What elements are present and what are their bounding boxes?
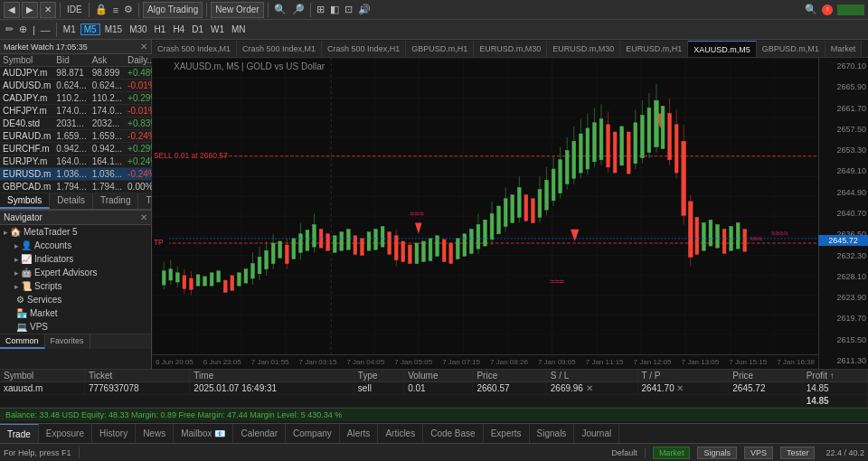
chart-icon[interactable]: ≡ (111, 5, 120, 15)
nav-tab-favorites[interactable]: Favorites (45, 334, 90, 349)
bottom-tab-calendar[interactable]: Calendar (233, 424, 286, 444)
market-btn[interactable]: Market (653, 447, 691, 459)
svg-rect-126 (722, 230, 726, 254)
tf-h4[interactable]: H4 (170, 24, 187, 34)
chart-tab[interactable]: Crash 500 Index,M1 (237, 41, 322, 57)
tf-m30[interactable]: M30 (127, 24, 149, 34)
market-watch-row[interactable]: AUDJPY.m 98.871 98.899 +0.48% (0, 67, 161, 80)
chart-tab[interactable]: Crash 500 Index,M1 (152, 41, 237, 57)
bid-cell: 2031... (53, 118, 89, 130)
tester-btn[interactable]: Tester (780, 447, 816, 459)
back-btn[interactable]: ◀ (4, 2, 20, 18)
bottom-tab-articles[interactable]: Articles (378, 424, 423, 444)
tf-m15[interactable]: M15 (102, 24, 125, 34)
vline-icon[interactable]: | (31, 24, 37, 35)
zoom-in-icon[interactable]: 🔍 (272, 4, 288, 15)
signals-btn[interactable]: Signals (697, 447, 737, 459)
sep2 (89, 3, 90, 17)
chart-tab[interactable]: EURUSD.m,M30 (474, 41, 547, 57)
nav-item[interactable]: ▸ 🤖 Expert Advisors (0, 266, 151, 279)
bottom-tab-news[interactable]: News (136, 424, 174, 444)
nav-item[interactable]: ▸ 📈 Indicators (0, 252, 151, 266)
time-label: 7 Jan 08:26 (490, 358, 528, 366)
volume-icon[interactable]: 🔊 (356, 4, 373, 15)
tf-m1[interactable]: M1 (61, 24, 79, 34)
nav-item[interactable]: 🏪 Market (0, 306, 151, 320)
nav-expand-icon: ▸ (14, 268, 19, 278)
market-watch-row[interactable]: DE40.std 2031... 2032... +0.83% (0, 118, 161, 130)
navigator-close[interactable]: ✕ (140, 212, 147, 222)
lock-icon[interactable]: 🔒 (93, 4, 109, 15)
market-watch-row[interactable]: EURAUD.m 1.659... 1.659... -0.24% (0, 130, 161, 143)
split-icon[interactable]: ◧ (328, 4, 341, 15)
new-order-btn[interactable]: New Order (211, 2, 263, 18)
nav-tab-common[interactable]: Common (0, 334, 45, 349)
market-watch-row[interactable]: EURCHF.m 0.942... 0.942... +0.29% (0, 143, 161, 155)
help-text: For Help, press F1 (4, 448, 71, 457)
bottom-tab-mailbox-📧[interactable]: Mailbox 📧 (174, 424, 233, 444)
bottom-tab-alerts[interactable]: Alerts (340, 424, 379, 444)
ask-cell: 110.2... (90, 92, 125, 105)
svg-rect-1 (152, 58, 818, 354)
tf-h1[interactable]: H1 (152, 24, 169, 34)
alert-badge: ! (822, 5, 833, 15)
tf-w1[interactable]: W1 (208, 24, 227, 34)
order-profit: 14.85 (802, 382, 867, 395)
algo-trading-btn[interactable]: Algo Trading (143, 2, 203, 18)
chart-tab[interactable]: Crash 500 Index,H1 (322, 41, 406, 57)
tab-details[interactable]: Details (50, 193, 93, 209)
grid-icon[interactable]: ⊞ (315, 4, 326, 15)
nav-item[interactable]: 💻 VPS (0, 320, 151, 334)
bottom-tab-signals[interactable]: Signals (530, 424, 575, 444)
bottom-tab-trade[interactable]: Trade (0, 424, 39, 444)
fullscreen-icon[interactable]: ⊡ (343, 4, 354, 15)
chart-tab[interactable]: EURUSD.m,M30 (547, 41, 620, 57)
symbol-cell: GBPCAD.m (0, 181, 53, 193)
nav-item[interactable]: ▸ 🏠 MetaTrader 5 (0, 225, 151, 239)
market-watch-close[interactable]: ✕ (140, 42, 147, 52)
hline-icon[interactable]: — (39, 24, 52, 35)
tf-m5[interactable]: M5 (80, 24, 100, 35)
bottom-tab-company[interactable]: Company (286, 424, 340, 444)
bottom-tab-journal[interactable]: Journal (574, 424, 619, 444)
chart-tab[interactable]: GBPUSD.m,H1 (406, 41, 474, 57)
tf-mn[interactable]: MN (229, 24, 249, 34)
bottom-tab-exposure[interactable]: Exposure (39, 424, 92, 444)
vps-btn[interactable]: VPS (744, 447, 773, 459)
nav-item-label: Accounts (34, 240, 71, 250)
chart-tab[interactable]: Market (826, 41, 863, 57)
market-watch-row[interactable]: CADJPY.m 110.2... 110.2... +0.29% (0, 92, 161, 105)
nav-item[interactable]: ▸ 📜 Scripts (0, 279, 151, 293)
tab-symbols[interactable]: Symbols (0, 193, 50, 209)
chart-tab[interactable]: XAUUSD.m,M5 (688, 41, 757, 57)
time-label: 7 Jan 04:05 (346, 358, 384, 366)
market-watch-row[interactable]: AUDUSD.m 0.624... 0.624... -0.01% (0, 80, 161, 92)
market-watch-row[interactable]: GBPCAD.m 1.794... 1.794... 0.00% (0, 181, 161, 193)
chart-tab[interactable]: GBPUSD.m,M1 (757, 41, 826, 57)
nav-item[interactable]: ⚙ Services (0, 293, 151, 306)
chart-tab[interactable]: EURUSD.m,H1 (620, 41, 688, 57)
fwd-btn[interactable]: ▶ (22, 2, 38, 18)
chart-main[interactable]: XAUUSD.m, M5 | GOLD vs US Dollar (152, 58, 868, 369)
nav-item-icon: 🤖 (21, 268, 32, 278)
status-sep2 (645, 447, 646, 458)
bottom-tab-code-base[interactable]: Code Base (423, 424, 483, 444)
zoom-out-icon[interactable]: 🔎 (290, 4, 307, 15)
bottom-tab-experts[interactable]: Experts (484, 424, 530, 444)
market-watch-row[interactable]: CHFJPY.m 174.0... 174.0... -0.01% (0, 105, 161, 118)
search-icon[interactable]: 🔍 (803, 4, 819, 15)
time-label: 6 Jun 23:05 (203, 358, 241, 366)
nav-item[interactable]: ▸ 👤 Accounts (0, 239, 151, 252)
bottom-tab-history[interactable]: History (92, 424, 136, 444)
symbol-cell: AUDUSD.m (0, 80, 53, 92)
crosshair-icon[interactable]: ⊕ (17, 24, 29, 35)
close-btn[interactable]: ✕ (40, 2, 56, 18)
bottom-tabs: TradeExposureHistoryNewsMailbox 📧Calenda… (0, 423, 868, 443)
market-watch-row[interactable]: EURUSD.m 1.036... 1.036... -0.24% (0, 168, 161, 181)
draw-icon[interactable]: ✏ (4, 24, 15, 35)
tf-d1[interactable]: D1 (189, 24, 206, 34)
settings-icon[interactable]: ⚙ (122, 4, 135, 15)
market-watch-row[interactable]: EURJPY.m 164.0... 164.1... +0.24% (0, 155, 161, 168)
tab-trading[interactable]: Trading (93, 193, 139, 209)
total-profit: 14.85 (802, 395, 867, 408)
